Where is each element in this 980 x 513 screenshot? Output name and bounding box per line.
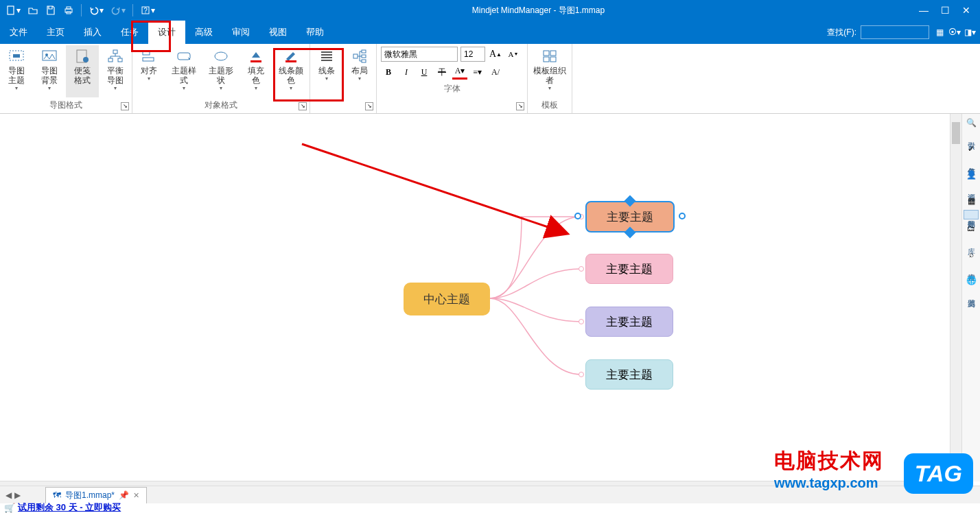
tab-close-icon[interactable]: ✕ (133, 491, 139, 500)
node-topic-3[interactable]: 主要主题 (585, 307, 673, 337)
side-tab-browser[interactable]: 浏览器 (964, 289, 979, 298)
menu-help[interactable]: 帮助 (296, 21, 334, 44)
menu-file[interactable]: 文件 (0, 21, 37, 44)
menu-icon-1[interactable]: ▦ (933, 26, 946, 38)
qat-print[interactable] (60, 2, 77, 19)
menu-review[interactable]: 审阅 (222, 21, 259, 44)
tab-nav-prev[interactable]: ◀ (5, 490, 12, 500)
italic-button[interactable]: I (399, 64, 414, 80)
strike-button[interactable]: 干 (434, 64, 450, 80)
svg-point-30 (579, 267, 584, 272)
node-center[interactable]: 中心主题 (404, 283, 490, 315)
line-spacing-button[interactable]: ≡▾ (470, 64, 485, 80)
qat-help[interactable]: ?▾ (137, 2, 158, 19)
side-icon-index[interactable]: 🔍 (965, 117, 977, 129)
tab-nav-next[interactable]: ▶ (14, 490, 21, 500)
svg-text:?: ? (143, 7, 148, 14)
dialog-launcher-map[interactable]: ↘ (121, 102, 129, 110)
ribbon: 导图主题▾ 导图背景▾ 便笺格式 平衡导图▾ 导图格式 ↘ 对齐▾ 主题样式▾ … (0, 44, 980, 114)
svg-point-11 (83, 57, 89, 62)
title-bar: ▾ ▾ ▾ ?▾ Mindjet MindManager - 导图1.mmap … (0, 0, 980, 21)
svg-rect-24 (362, 60, 366, 62)
side-tab-index[interactable]: 索引 (964, 132, 979, 140)
side-icon-browser[interactable]: 🌐 (965, 274, 977, 287)
qat-new[interactable]: ▾ (3, 2, 23, 19)
btn-balance-map[interactable]: 平衡导图▾ (99, 45, 132, 97)
selection-handle-left[interactable] (574, 213, 581, 219)
search-label: 查找(F): (827, 27, 856, 38)
menu-advanced[interactable]: 高级 (185, 21, 222, 44)
minimize-button[interactable]: — (919, 5, 929, 16)
svg-rect-12 (113, 50, 117, 53)
side-icon-lib[interactable]: 🗂 (965, 222, 977, 235)
qat-save[interactable] (43, 2, 59, 19)
dialog-launcher-obj[interactable]: ↘ (299, 102, 307, 110)
side-tab-res[interactable]: 资源 (964, 184, 979, 192)
node-topic-2[interactable]: 主要主题 (585, 254, 673, 284)
trial-icon: 🛒 (4, 503, 15, 513)
dialog-launcher-font[interactable]: ↘ (516, 102, 524, 110)
menu-design[interactable]: 设计 (148, 21, 185, 44)
font-color-button[interactable]: A▾ (452, 64, 467, 80)
svg-rect-22 (362, 50, 366, 53)
btn-map-theme[interactable]: 导图主题▾ (0, 45, 33, 97)
ribbon-group-template: 模板组织者▾ 模板 (528, 44, 572, 113)
tab-pin-icon[interactable]: 📌 (119, 490, 129, 500)
btn-fill-color[interactable]: 填充色▾ (240, 45, 272, 97)
btn-topic-shape[interactable]: 主题形状▾ (202, 45, 240, 97)
search-input[interactable] (861, 25, 929, 39)
font-shrink-icon[interactable]: A▼ (506, 47, 521, 62)
btn-layout[interactable]: 布局▾ (343, 45, 376, 99)
clear-format-button[interactable]: A/ (488, 64, 503, 80)
group-label-obj-format: 对象格式 (132, 97, 310, 113)
menu-view[interactable]: 视图 (259, 21, 296, 44)
selection-handle-right[interactable] (679, 213, 686, 219)
group-label-font: 字体 (377, 81, 527, 97)
menu-icon-3[interactable]: ◨▾ (964, 26, 976, 38)
underline-button[interactable]: U (417, 64, 432, 80)
side-tab-search[interactable]: 搜索 (964, 263, 979, 272)
svg-rect-28 (550, 57, 556, 62)
svg-rect-2 (67, 7, 71, 9)
vertical-scrollbar[interactable] (950, 114, 961, 481)
document-tab-label: 导图1.mmap* (65, 490, 115, 501)
dialog-launcher-layout[interactable]: ↘ (365, 102, 373, 110)
side-tab-task[interactable]: 任务信息 (964, 158, 979, 166)
side-tab-parts[interactable]: 导图部件 (964, 210, 979, 219)
bold-button[interactable]: B (381, 64, 396, 80)
btn-align[interactable]: 对齐▾ (132, 45, 165, 97)
group-label-map-format: 导图格式 (0, 97, 132, 113)
canvas[interactable]: 中心主题 主要主题 主要主题 主要主题 主要主题 .node-center{le… (0, 114, 961, 481)
font-grow-icon[interactable]: A▲ (488, 47, 503, 62)
window-controls: — ☐ ✕ (919, 5, 980, 16)
node-topic-4[interactable]: 主要主题 (585, 359, 673, 390)
side-icon-res[interactable]: 👤 (965, 169, 977, 181)
side-icon-task[interactable]: ✓ (965, 143, 977, 155)
menu-task[interactable]: 任务 (111, 21, 148, 44)
btn-note-format[interactable]: 便笺格式 (66, 45, 99, 97)
close-button[interactable]: ✕ (962, 5, 970, 16)
btn-template-org[interactable]: 模板组织者▾ (528, 45, 572, 97)
status-text[interactable]: 试用剩余 30 天 - 立即购买 (18, 501, 121, 513)
btn-map-bg[interactable]: 导图背景▾ (33, 45, 66, 97)
btn-line-color[interactable]: 线条颜色▾ (272, 45, 310, 97)
btn-lines[interactable]: 线条▾ (310, 45, 343, 99)
qat-redo[interactable]: ▾ (108, 2, 128, 19)
qat-undo[interactable]: ▾ (86, 2, 106, 19)
side-tab-lib[interactable]: 库 (964, 237, 979, 246)
menu-bar: 文件 主页 插入 任务 设计 高级 审阅 视图 帮助 查找(F): ▦ ⦿▾ ◨… (0, 21, 980, 44)
node-topic-1-selected[interactable]: 主要主题 (585, 201, 675, 232)
svg-rect-25 (544, 51, 549, 56)
menu-insert[interactable]: 插入 (74, 21, 111, 44)
font-size-input[interactable] (460, 47, 485, 62)
side-icon-search[interactable]: ⌕ (965, 248, 977, 261)
menu-icon-2[interactable]: ⦿▾ (948, 26, 961, 38)
btn-topic-style[interactable]: 主题样式▾ (165, 45, 202, 97)
qat-open[interactable] (25, 2, 41, 19)
menu-home[interactable]: 主页 (37, 21, 74, 44)
maximize-button[interactable]: ☐ (941, 5, 950, 16)
document-tab[interactable]: 🗺 导图1.mmap* 📌 ✕ (45, 487, 147, 503)
font-name-input[interactable] (381, 47, 458, 62)
side-icon-parts[interactable]: ▦ (965, 195, 977, 207)
svg-rect-7 (13, 54, 20, 58)
